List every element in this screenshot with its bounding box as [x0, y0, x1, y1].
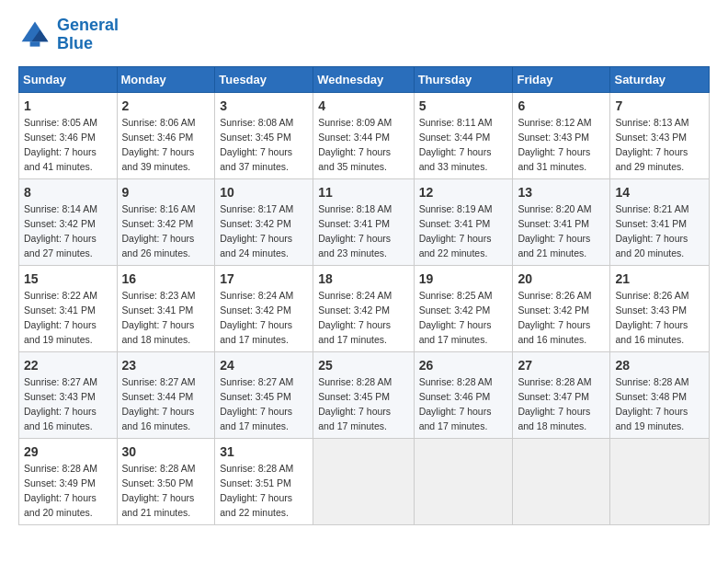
day-info: Sunrise: 8:09 AMSunset: 3:44 PMDaylight:…	[318, 117, 392, 172]
day-number: 12	[419, 183, 508, 201]
week-row-2: 8 Sunrise: 8:14 AMSunset: 3:42 PMDayligh…	[19, 178, 710, 265]
day-number: 6	[518, 97, 605, 115]
day-info: Sunrise: 8:20 AMSunset: 3:41 PMDaylight:…	[518, 203, 591, 259]
day-info: Sunrise: 8:08 AMSunset: 3:45 PMDaylight:…	[220, 117, 293, 172]
calendar-cell: 15 Sunrise: 8:22 AMSunset: 3:41 PMDaylig…	[19, 265, 118, 351]
logo-icon	[18, 18, 51, 52]
day-number: 5	[419, 97, 508, 115]
day-number: 14	[615, 183, 704, 201]
day-number: 22	[24, 356, 112, 374]
day-number: 18	[318, 270, 408, 288]
calendar-cell: 11 Sunrise: 8:18 AMSunset: 3:41 PMDaylig…	[313, 178, 414, 265]
day-info: Sunrise: 8:18 AMSunset: 3:41 PMDaylight:…	[318, 203, 392, 259]
day-number: 24	[220, 356, 308, 374]
calendar-cell: 7 Sunrise: 8:13 AMSunset: 3:43 PMDayligh…	[610, 92, 710, 178]
calendar-cell: 28 Sunrise: 8:28 AMSunset: 3:48 PMDaylig…	[610, 351, 710, 438]
day-number: 7	[615, 97, 704, 115]
calendar-cell: 20 Sunrise: 8:26 AMSunset: 3:42 PMDaylig…	[513, 265, 610, 351]
day-info: Sunrise: 8:22 AMSunset: 3:41 PMDaylight:…	[24, 290, 97, 345]
day-info: Sunrise: 8:25 AMSunset: 3:42 PMDaylight:…	[419, 290, 493, 345]
logo-text: General Blue	[57, 17, 119, 53]
day-number: 23	[122, 356, 210, 374]
calendar-cell: 14 Sunrise: 8:21 AMSunset: 3:41 PMDaylig…	[610, 178, 710, 265]
day-info: Sunrise: 8:28 AMSunset: 3:46 PMDaylight:…	[419, 376, 493, 431]
day-info: Sunrise: 8:14 AMSunset: 3:42 PMDaylight:…	[24, 203, 97, 259]
day-number: 31	[220, 442, 308, 461]
calendar-cell: 27 Sunrise: 8:28 AMSunset: 3:47 PMDaylig…	[513, 351, 610, 438]
day-info: Sunrise: 8:26 AMSunset: 3:43 PMDaylight:…	[615, 290, 688, 345]
calendar-cell: 4 Sunrise: 8:09 AMSunset: 3:44 PMDayligh…	[313, 92, 414, 178]
calendar-cell: 1 Sunrise: 8:05 AMSunset: 3:46 PMDayligh…	[19, 92, 118, 178]
calendar-cell: 12 Sunrise: 8:19 AMSunset: 3:41 PMDaylig…	[414, 178, 513, 265]
day-info: Sunrise: 8:16 AMSunset: 3:42 PMDaylight:…	[122, 203, 196, 259]
day-info: Sunrise: 8:26 AMSunset: 3:42 PMDaylight:…	[518, 290, 591, 345]
day-number: 10	[220, 183, 308, 201]
col-header-friday: Friday	[513, 66, 610, 92]
calendar-cell	[414, 438, 513, 524]
week-row-3: 15 Sunrise: 8:22 AMSunset: 3:41 PMDaylig…	[19, 265, 710, 351]
day-info: Sunrise: 8:11 AMSunset: 3:44 PMDaylight:…	[419, 117, 493, 172]
day-info: Sunrise: 8:24 AMSunset: 3:42 PMDaylight:…	[318, 290, 392, 345]
day-number: 19	[419, 270, 508, 288]
day-number: 26	[419, 356, 508, 374]
day-number: 27	[518, 356, 605, 374]
day-info: Sunrise: 8:28 AMSunset: 3:50 PMDaylight:…	[122, 463, 196, 518]
calendar-cell: 30 Sunrise: 8:28 AMSunset: 3:50 PMDaylig…	[117, 438, 215, 524]
calendar-cell	[610, 438, 710, 524]
day-info: Sunrise: 8:06 AMSunset: 3:46 PMDaylight:…	[122, 117, 196, 172]
day-number: 9	[122, 183, 210, 201]
svg-rect-2	[30, 41, 40, 46]
col-header-monday: Monday	[117, 66, 215, 92]
day-info: Sunrise: 8:05 AMSunset: 3:46 PMDaylight:…	[24, 117, 97, 172]
week-row-5: 29 Sunrise: 8:28 AMSunset: 3:49 PMDaylig…	[19, 438, 710, 524]
day-number: 29	[24, 442, 112, 461]
calendar-cell: 19 Sunrise: 8:25 AMSunset: 3:42 PMDaylig…	[414, 265, 513, 351]
col-header-sunday: Sunday	[19, 66, 118, 92]
calendar-cell: 17 Sunrise: 8:24 AMSunset: 3:42 PMDaylig…	[215, 265, 313, 351]
day-info: Sunrise: 8:23 AMSunset: 3:41 PMDaylight:…	[122, 290, 196, 345]
day-number: 30	[122, 442, 210, 461]
day-info: Sunrise: 8:28 AMSunset: 3:48 PMDaylight:…	[615, 376, 688, 431]
day-number: 16	[122, 270, 210, 288]
day-number: 8	[24, 183, 112, 201]
calendar-cell	[313, 438, 414, 524]
day-number: 2	[122, 97, 210, 115]
day-number: 17	[220, 270, 308, 288]
calendar-cell: 8 Sunrise: 8:14 AMSunset: 3:42 PMDayligh…	[19, 178, 118, 265]
week-row-1: 1 Sunrise: 8:05 AMSunset: 3:46 PMDayligh…	[19, 92, 710, 178]
calendar-cell: 24 Sunrise: 8:27 AMSunset: 3:45 PMDaylig…	[215, 351, 313, 438]
calendar-cell: 25 Sunrise: 8:28 AMSunset: 3:45 PMDaylig…	[313, 351, 414, 438]
logo: General Blue	[18, 17, 119, 53]
day-info: Sunrise: 8:21 AMSunset: 3:41 PMDaylight:…	[615, 203, 688, 259]
day-number: 15	[24, 270, 112, 288]
calendar-cell: 22 Sunrise: 8:27 AMSunset: 3:43 PMDaylig…	[19, 351, 118, 438]
calendar-cell: 18 Sunrise: 8:24 AMSunset: 3:42 PMDaylig…	[313, 265, 414, 351]
day-info: Sunrise: 8:28 AMSunset: 3:47 PMDaylight:…	[518, 376, 591, 431]
day-info: Sunrise: 8:27 AMSunset: 3:44 PMDaylight:…	[122, 376, 196, 431]
day-number: 13	[518, 183, 605, 201]
calendar-table: SundayMondayTuesdayWednesdayThursdayFrid…	[18, 66, 710, 525]
day-info: Sunrise: 8:12 AMSunset: 3:43 PMDaylight:…	[518, 117, 591, 172]
calendar-cell: 6 Sunrise: 8:12 AMSunset: 3:43 PMDayligh…	[513, 92, 610, 178]
col-header-tuesday: Tuesday	[215, 66, 313, 92]
day-number: 4	[318, 97, 408, 115]
day-info: Sunrise: 8:28 AMSunset: 3:49 PMDaylight:…	[24, 463, 97, 518]
day-info: Sunrise: 8:24 AMSunset: 3:42 PMDaylight:…	[220, 290, 293, 345]
col-header-thursday: Thursday	[414, 66, 513, 92]
calendar-cell: 16 Sunrise: 8:23 AMSunset: 3:41 PMDaylig…	[117, 265, 215, 351]
calendar-cell	[513, 438, 610, 524]
calendar-cell: 26 Sunrise: 8:28 AMSunset: 3:46 PMDaylig…	[414, 351, 513, 438]
day-number: 28	[615, 356, 704, 374]
calendar-cell: 29 Sunrise: 8:28 AMSunset: 3:49 PMDaylig…	[19, 438, 118, 524]
calendar-cell: 5 Sunrise: 8:11 AMSunset: 3:44 PMDayligh…	[414, 92, 513, 178]
calendar-cell: 13 Sunrise: 8:20 AMSunset: 3:41 PMDaylig…	[513, 178, 610, 265]
header: General Blue	[18, 17, 710, 53]
day-info: Sunrise: 8:28 AMSunset: 3:51 PMDaylight:…	[220, 463, 293, 518]
header-row: SundayMondayTuesdayWednesdayThursdayFrid…	[19, 66, 710, 92]
day-info: Sunrise: 8:13 AMSunset: 3:43 PMDaylight:…	[615, 117, 688, 172]
day-number: 3	[220, 97, 308, 115]
calendar-page: General Blue SundayMondayTuesdayWednesda…	[0, 0, 728, 536]
col-header-saturday: Saturday	[610, 66, 710, 92]
day-number: 1	[24, 97, 112, 115]
day-info: Sunrise: 8:19 AMSunset: 3:41 PMDaylight:…	[419, 203, 493, 259]
